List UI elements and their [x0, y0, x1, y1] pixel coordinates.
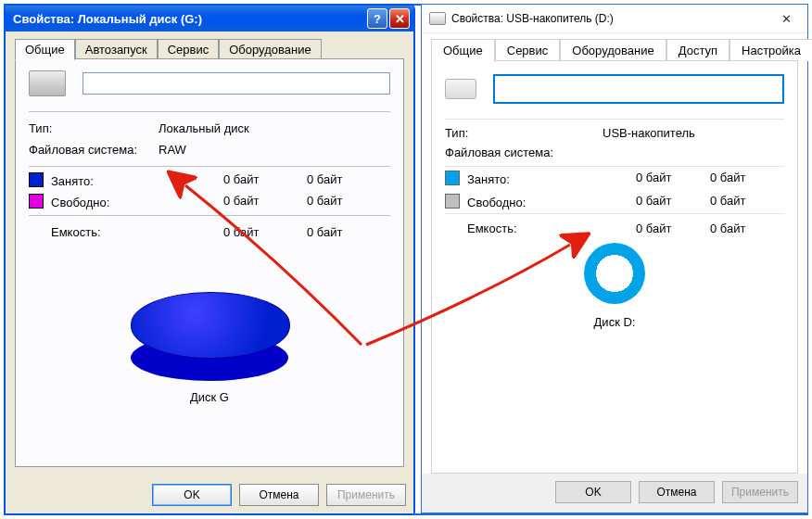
volume-label-input[interactable]: [493, 74, 784, 104]
xp-space-table: Занято: 0 байт 0 байт Свободно: 0 байт 0…: [29, 172, 390, 209]
cancel-button[interactable]: Отмена: [639, 481, 715, 503]
filesystem-value: RAW: [159, 143, 186, 157]
type-value: Локальный диск: [159, 121, 249, 135]
used-size: 0 байт: [307, 172, 390, 188]
filesystem-label: Файловая система:: [29, 143, 159, 157]
w10-space-table: Занято: 0 байт 0 байт Свободно: 0 байт 0…: [445, 171, 784, 209]
capacity-size: 0 байт: [710, 222, 784, 235]
ok-button[interactable]: OK: [152, 484, 232, 506]
xp-tab-panel: Тип: Локальный диск Файловая система: RA…: [15, 58, 404, 467]
w10-tab-panel: Тип: USB-накопитель Файловая система: За…: [431, 60, 798, 474]
tab-tools[interactable]: Сервис: [495, 39, 561, 61]
donut-chart-icon: [584, 243, 645, 304]
close-button[interactable]: ✕: [765, 5, 807, 32]
apply-button[interactable]: Применить: [326, 484, 406, 506]
used-swatch-icon: [445, 171, 460, 185]
tab-tools[interactable]: Сервис: [158, 39, 220, 59]
capacity-bytes: 0 байт: [223, 225, 307, 239]
divider: [29, 166, 390, 167]
xp-titlebar[interactable]: Свойства: Локальный диск (G:) ? ✕: [6, 6, 413, 32]
drive-icon: [445, 79, 476, 99]
used-bytes: 0 байт: [636, 171, 710, 186]
w10-window-title: Свойства: USB-накопитель (D:): [451, 12, 765, 25]
type-value: USB-накопитель: [603, 126, 695, 140]
disk-label: Диск D:: [594, 315, 636, 329]
free-swatch-icon: [29, 194, 44, 209]
ok-button[interactable]: OK: [555, 481, 631, 503]
tab-autorun[interactable]: Автозапуск: [75, 39, 158, 59]
tab-customize[interactable]: Настройка: [730, 39, 812, 61]
capacity-label: Емкость:: [445, 222, 636, 235]
disk-label: Диск G: [190, 390, 229, 404]
divider: [445, 213, 784, 214]
tab-hardware[interactable]: Оборудование: [560, 39, 666, 61]
xp-properties-window: Свойства: Локальный диск (G:) ? ✕ Общие …: [4, 4, 415, 515]
used-swatch-icon: [29, 172, 44, 187]
xp-window-title: Свойства: Локальный диск (G:): [13, 12, 365, 26]
free-bytes: 0 байт: [636, 194, 710, 209]
type-label: Тип:: [445, 126, 603, 140]
xp-footer: OK Отмена Применить: [6, 476, 413, 513]
free-size: 0 байт: [710, 194, 784, 209]
drive-icon: [429, 12, 446, 25]
cancel-button[interactable]: Отмена: [239, 484, 319, 506]
used-label: Занято:: [51, 174, 94, 188]
w10-properties-window: Свойства: USB-накопитель (D:) ✕ Общие Се…: [421, 4, 808, 513]
xp-body: Общие Автозапуск Сервис Оборудование Тип…: [6, 32, 413, 476]
free-label: Свободно:: [467, 196, 526, 209]
free-label: Свободно:: [51, 196, 109, 209]
divider: [445, 166, 784, 167]
w10-body: Общие Сервис Оборудование Доступ Настрой…: [422, 33, 807, 474]
capacity-label: Емкость:: [29, 225, 223, 239]
tab-sharing[interactable]: Доступ: [666, 39, 730, 61]
pie-chart-icon: [131, 292, 288, 381]
w10-titlebar[interactable]: Свойства: USB-накопитель (D:) ✕: [422, 5, 807, 33]
filesystem-label: Файловая система:: [445, 146, 603, 159]
help-button[interactable]: ?: [367, 8, 387, 29]
divider: [445, 119, 784, 120]
type-label: Тип:: [29, 121, 159, 135]
free-bytes: 0 байт: [223, 194, 307, 209]
used-bytes: 0 байт: [223, 172, 307, 188]
close-button[interactable]: ✕: [389, 8, 410, 29]
apply-button[interactable]: Применить: [722, 481, 798, 503]
used-size: 0 байт: [710, 171, 784, 186]
capacity-bytes: 0 байт: [636, 222, 710, 235]
w10-donut-chart: Диск D:: [445, 243, 784, 460]
free-swatch-icon: [445, 194, 460, 209]
free-size: 0 байт: [307, 194, 390, 209]
tab-hardware[interactable]: Оборудование: [219, 39, 321, 59]
divider: [29, 215, 390, 216]
tab-general[interactable]: Общие: [15, 39, 75, 60]
used-label: Занято:: [467, 172, 510, 186]
volume-label-input[interactable]: [82, 72, 390, 95]
tab-general[interactable]: Общие: [431, 39, 495, 62]
w10-tabstrip: Общие Сервис Оборудование Доступ Настрой…: [431, 39, 798, 61]
w10-footer: OK Отмена Применить: [422, 474, 807, 513]
capacity-size: 0 байт: [307, 225, 390, 239]
xp-tabstrip: Общие Автозапуск Сервис Оборудование: [15, 39, 404, 59]
divider: [29, 111, 390, 112]
drive-icon: [29, 70, 66, 96]
xp-pie-chart: Диск G: [29, 239, 390, 457]
